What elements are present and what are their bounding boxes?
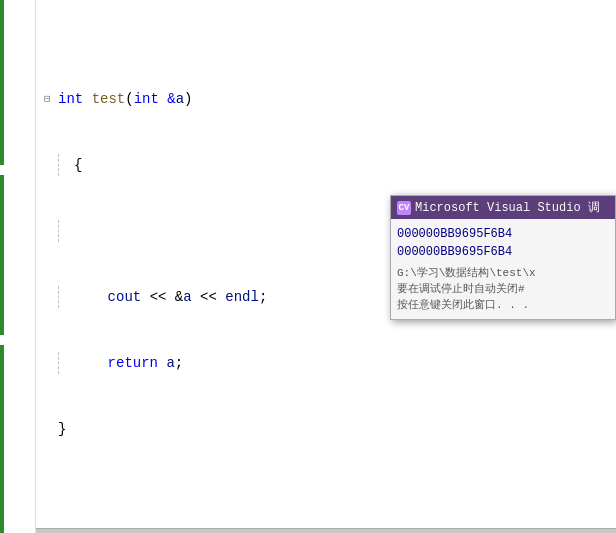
popup-path: G:\学习\数据结构\test\x [397, 267, 536, 279]
code-text: return a; [74, 352, 183, 374]
indent-guide [58, 352, 74, 374]
popup-note2: 按任意键关闭此窗口. . . [397, 299, 529, 311]
vs-icon: CV [397, 201, 411, 215]
indent-guide [58, 286, 74, 308]
popup-note1: 要在调试停止时自动关闭# [397, 283, 525, 295]
popup-title: Microsoft Visual Studio 调 [415, 199, 600, 216]
green-bar-2 [0, 175, 4, 335]
collapse-icon[interactable]: ⊟ [44, 88, 56, 110]
code-line: } [36, 418, 616, 440]
code-text: cout << &a << endl; [74, 286, 267, 308]
code-text: int test(int &a) [58, 88, 192, 110]
indent-guide [58, 154, 74, 176]
popup-line-1: 000000BB9695F6B4 [397, 225, 609, 243]
popup-path-info: G:\学习\数据结构\test\x 要在调试停止时自动关闭# 按任意键关闭此窗口… [397, 265, 609, 313]
debug-popup-window: CV Microsoft Visual Studio 调 000000BB969… [390, 195, 616, 320]
section-divider [36, 528, 616, 533]
popup-body: 000000BB9695F6B4 000000BB9695F6B4 G:\学习\… [391, 219, 615, 319]
code-line: return a; [36, 352, 616, 374]
vs-icon-text: CV [399, 203, 410, 213]
code-text: } [58, 418, 66, 440]
popup-titlebar: CV Microsoft Visual Studio 调 [391, 196, 615, 219]
code-text [74, 220, 82, 242]
editor-gutter [0, 0, 36, 533]
green-bar-1 [0, 0, 4, 165]
code-line: { [36, 154, 616, 176]
indent-guide [58, 220, 74, 242]
popup-line-2: 000000BB9695F6B4 [397, 243, 609, 261]
code-line: ⊟ int test(int &a) [36, 88, 616, 110]
green-bar-3 [0, 345, 4, 533]
code-text: { [74, 154, 82, 176]
